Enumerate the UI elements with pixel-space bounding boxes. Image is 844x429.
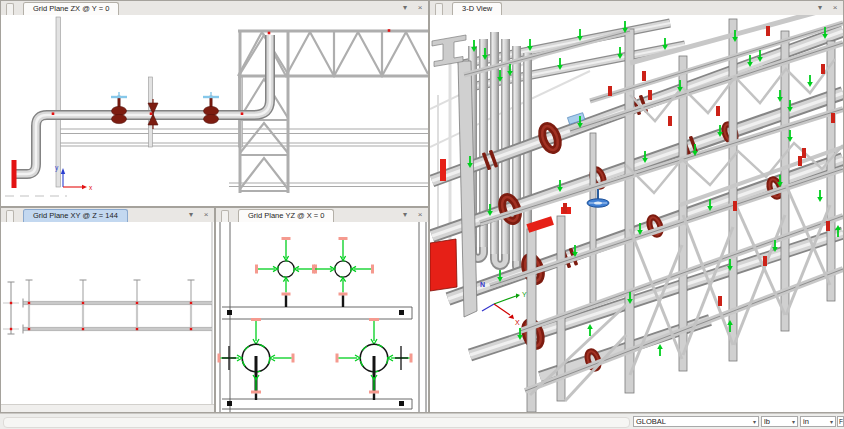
tab-grid-zx[interactable]: Grid Plane ZX @ Y = 0 (23, 2, 119, 15)
axis-x-label: X (515, 319, 520, 326)
pane-header-grid-zx: Grid Plane ZX @ Y = 0 ▾ × (1, 1, 428, 16)
isolated-member (3, 282, 19, 334)
status-bar: GLOBAL ▾ lb ▾ in ▾ F ▾ (0, 413, 844, 429)
grid-xy-drawing[interactable] (1, 222, 214, 412)
grid-yz-drawing[interactable] (216, 222, 428, 412)
pipe-run[interactable] (14, 35, 270, 174)
tab-stub[interactable] (221, 210, 229, 222)
pane-close-button[interactable]: × (415, 2, 425, 13)
view-3d-canvas[interactable]: N Y X (430, 15, 843, 412)
gate-valve[interactable] (111, 92, 127, 124)
pane-grid-zx: Grid Plane ZX @ Y = 0 ▾ × (0, 0, 429, 207)
pane-close-button[interactable]: × (830, 2, 840, 13)
temperature-unit-select[interactable]: F ▾ (837, 416, 844, 427)
steel-beams (58, 129, 428, 187)
length-unit-value: in (803, 417, 809, 426)
tab-stub[interactable] (435, 3, 443, 15)
pane-minimize-button[interactable]: ▾ (186, 209, 196, 220)
grid-zx-canvas[interactable]: x y (1, 15, 428, 206)
tab-label: Grid Plane ZX @ Y = 0 (33, 4, 109, 13)
pane-3d-view: 3-D View ▾ × (429, 0, 844, 413)
grid-yz-canvas[interactable] (216, 222, 428, 412)
steel-columns (56, 17, 243, 187)
chevron-down-icon: ▾ (830, 418, 833, 425)
tab-stub[interactable] (6, 210, 14, 222)
grid-zx-drawing[interactable]: x y (1, 15, 428, 206)
pane-header-grid-yz: Grid Plane YZ @ X = 0 ▾ × (216, 208, 428, 223)
pane-grid-yz: Grid Plane YZ @ X = 0 ▾ × (215, 207, 429, 413)
chevron-down-icon: ▾ (792, 418, 795, 425)
pane-grid-xy: Grid Plane XY @ Z = 144 ▾ × (0, 207, 215, 413)
tab-stub[interactable] (6, 3, 14, 15)
cantilever-beam (432, 35, 466, 67)
pane-minimize-button[interactable]: ▾ (400, 2, 410, 13)
pipe-section-small[interactable] (255, 237, 317, 307)
axis-x-label: x (89, 184, 93, 191)
tab-3d-view[interactable]: 3-D View (452, 2, 502, 15)
plan-rails (23, 299, 212, 334)
pipe-section-small[interactable] (312, 237, 374, 307)
node-markers[interactable] (10, 302, 192, 330)
pane-close-button[interactable]: × (201, 209, 211, 220)
chevron-down-icon: ▾ (753, 418, 756, 425)
grid-xy-canvas[interactable] (1, 222, 214, 412)
length-unit-select[interactable]: in ▾ (800, 416, 836, 427)
frame-structure (220, 222, 426, 412)
gate-valve[interactable] (203, 92, 219, 124)
north-label: N (480, 281, 485, 288)
pane-close-button[interactable]: × (415, 209, 425, 220)
coordinate-system-value: GLOBAL (636, 417, 666, 426)
pane-minimize-button[interactable]: ▾ (400, 209, 410, 220)
force-unit-value: lb (764, 417, 770, 426)
axis-y-label: Y (522, 291, 527, 298)
tab-label: 3-D View (462, 4, 492, 13)
pane-header-3d-view: 3-D View ▾ × (430, 1, 843, 16)
view-3d-drawing[interactable]: N Y X (430, 15, 843, 412)
force-unit-select[interactable]: lb ▾ (761, 416, 798, 427)
tab-grid-yz[interactable]: Grid Plane YZ @ X = 0 (238, 209, 334, 222)
horizontal-scrollbar[interactable] (1, 404, 214, 412)
status-message-area (3, 417, 630, 428)
tab-label: Grid Plane YZ @ X = 0 (248, 211, 324, 220)
tab-grid-xy[interactable]: Grid Plane XY @ Z = 144 (23, 209, 128, 222)
pane-minimize-button[interactable]: ▾ (815, 2, 825, 13)
pane-header-grid-xy: Grid Plane XY @ Z = 144 ▾ × (1, 208, 214, 223)
coordinate-system-select[interactable]: GLOBAL ▾ (633, 416, 759, 427)
pipe-anchor-flange (12, 160, 17, 188)
node-markers[interactable] (52, 29, 391, 115)
tab-label: Grid Plane XY @ Z = 144 (33, 211, 118, 220)
